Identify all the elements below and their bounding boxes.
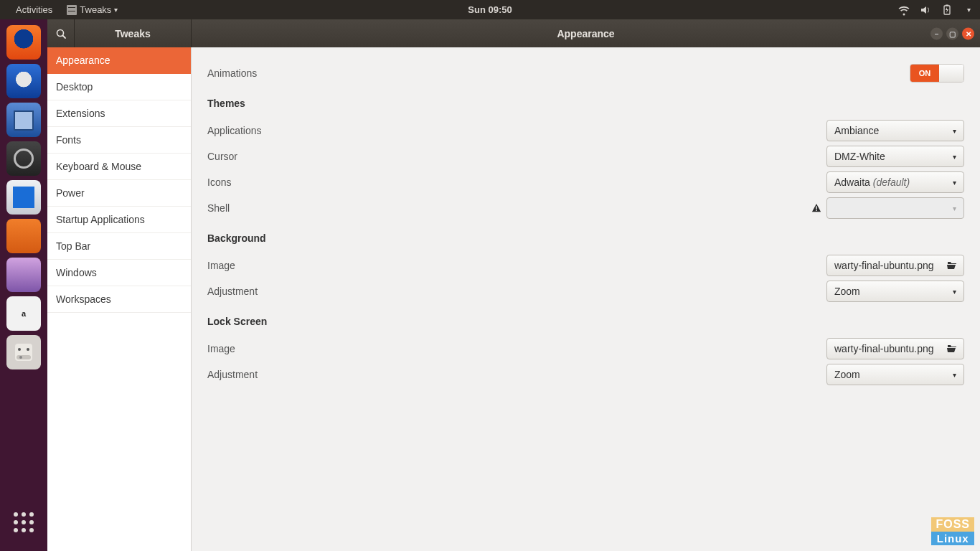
tweaks-icon [67, 5, 77, 15]
file-button-value: warty-final-ubuntu.png [834, 260, 934, 271]
search-button[interactable] [47, 19, 75, 47]
open-file-icon [946, 343, 958, 354]
sidebar-item-extensions[interactable]: Extensions [47, 100, 191, 127]
toggle-on-label: ON [910, 65, 939, 82]
background-adjustment-combo[interactable]: Zoom ▾ [826, 281, 964, 302]
applications-theme-label: Applications [207, 125, 826, 136]
animations-label: Animations [207, 67, 910, 79]
sidebar-title: Tweaks [75, 19, 192, 47]
show-applications-button[interactable] [6, 505, 41, 540]
system-status-area[interactable]: ▾ [898, 4, 974, 16]
chevron-down-icon: ▾ [953, 153, 956, 161]
watermark-bottom: Linux [931, 532, 974, 545]
content-area: Animations ON Themes Applications Ambian… [192, 47, 980, 551]
svg-point-3 [18, 348, 21, 351]
maximize-button[interactable]: ▢ [946, 27, 958, 39]
chevron-down-icon: ▾ [953, 179, 956, 187]
dock: a [0, 19, 47, 551]
sidebar-item-top-bar[interactable]: Top Bar [47, 233, 191, 260]
chevron-down-icon[interactable]: ▾ [963, 4, 974, 16]
chevron-down-icon: ▾ [953, 127, 956, 135]
combo-value: Zoom [834, 369, 860, 380]
warning-icon [811, 202, 822, 214]
svg-rect-9 [816, 206, 816, 209]
background-adjustment-label: Adjustment [207, 286, 826, 297]
close-button[interactable]: ✕ [962, 27, 974, 39]
chevron-down-icon: ▾ [953, 288, 956, 296]
tweaks-window: Tweaks Appearance – ▢ ✕ Appearance Deskt… [47, 19, 980, 551]
launcher-amazon[interactable]: a [6, 296, 41, 331]
clock[interactable]: Sun 09:50 [468, 4, 512, 15]
launcher-libreoffice-writer[interactable] [6, 180, 41, 215]
wifi-icon[interactable] [898, 4, 910, 16]
activities-button[interactable]: Activities [9, 0, 60, 19]
launcher-firefox[interactable] [6, 25, 41, 60]
battery-icon[interactable] [941, 4, 953, 16]
combo-value: Ambiance [834, 125, 879, 136]
grid-icon [14, 512, 34, 532]
watermark: FOSS Linux [931, 517, 974, 545]
sidebar-item-power[interactable]: Power [47, 180, 191, 207]
app-menu-label: Tweaks [80, 0, 111, 19]
svg-point-6 [19, 356, 22, 359]
lockscreen-image-label: Image [207, 343, 826, 354]
svg-rect-5 [17, 355, 31, 359]
sidebar-item-workspaces[interactable]: Workspaces [47, 286, 191, 313]
lockscreen-adjustment-combo[interactable]: Zoom ▾ [826, 364, 964, 385]
watermark-top: FOSS [931, 517, 974, 532]
animations-toggle[interactable]: ON [910, 64, 964, 83]
svg-rect-10 [816, 210, 816, 211]
combo-suffix: (default) [873, 176, 910, 188]
titlebar: Tweaks Appearance – ▢ ✕ [47, 19, 980, 47]
launcher-ubuntu-software[interactable] [6, 219, 41, 253]
launcher-gnome-tweaks[interactable] [6, 335, 41, 369]
combo-value: Adwaita [834, 176, 870, 188]
app-menu-button[interactable]: Tweaks ▾ [60, 0, 125, 19]
background-header: Background [207, 225, 964, 251]
file-button-value: warty-final-ubuntu.png [834, 343, 934, 354]
svg-point-4 [27, 348, 29, 351]
shell-theme-combo: ▾ [826, 197, 964, 219]
open-file-icon [946, 260, 958, 271]
sidebar: Appearance Desktop Extensions Fonts Keyb… [47, 47, 192, 551]
launcher-help[interactable] [6, 258, 41, 292]
cursor-theme-label: Cursor [207, 151, 826, 162]
lockscreen-adjustment-label: Adjustment [207, 369, 826, 380]
sidebar-item-windows[interactable]: Windows [47, 260, 191, 286]
sidebar-item-fonts[interactable]: Fonts [47, 127, 191, 154]
sidebar-item-startup-applications[interactable]: Startup Applications [47, 207, 191, 233]
applications-theme-combo[interactable]: Ambiance ▾ [826, 120, 964, 141]
window-controls: – ▢ ✕ [930, 27, 974, 39]
icons-theme-label: Icons [207, 176, 826, 188]
top-menubar: Activities Tweaks ▾ Sun 09:50 ▾ [0, 0, 980, 19]
sidebar-item-appearance[interactable]: Appearance [47, 47, 191, 74]
cursor-theme-combo[interactable]: DMZ-White ▾ [826, 146, 964, 167]
icons-theme-combo[interactable]: Adwaita (default) ▾ [826, 171, 964, 193]
launcher-rhythmbox[interactable] [6, 141, 41, 176]
chevron-down-icon: ▾ [953, 371, 956, 379]
combo-value: Zoom [834, 286, 860, 297]
sidebar-item-desktop[interactable]: Desktop [47, 74, 191, 100]
combo-value: DMZ-White [834, 151, 885, 162]
volume-icon[interactable] [920, 4, 931, 16]
launcher-files[interactable] [6, 103, 41, 137]
minimize-button[interactable]: – [930, 27, 943, 39]
launcher-thunderbird[interactable] [6, 64, 41, 98]
background-image-label: Image [207, 260, 826, 271]
themes-header: Themes [207, 90, 964, 116]
lockscreen-image-button[interactable]: warty-final-ubuntu.png [826, 338, 964, 359]
svg-line-8 [62, 35, 65, 38]
toggle-handle [939, 65, 963, 82]
background-image-button[interactable]: warty-final-ubuntu.png [826, 255, 964, 276]
sidebar-item-keyboard-mouse[interactable]: Keyboard & Mouse [47, 154, 191, 180]
shell-theme-label: Shell [207, 202, 811, 214]
lockscreen-header: Lock Screen [207, 309, 964, 334]
svg-rect-1 [946, 4, 948, 6]
window-title: Appearance [192, 19, 980, 47]
chevron-down-icon: ▾ [114, 0, 118, 19]
chevron-down-icon: ▾ [953, 204, 956, 212]
